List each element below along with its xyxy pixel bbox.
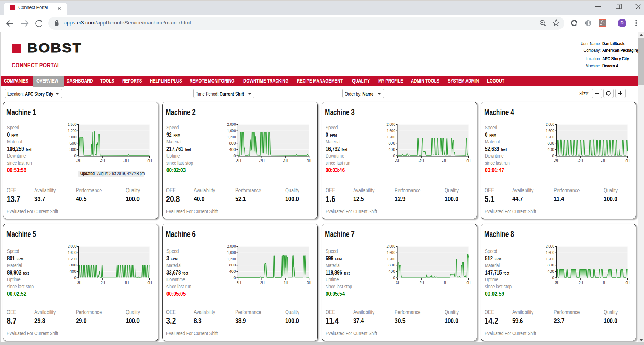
svg-text:0: 0 xyxy=(234,275,236,279)
svg-text:1,500: 1,500 xyxy=(68,122,77,126)
svg-text:-3H: -3H xyxy=(395,159,400,162)
svg-text:-1H: -1H xyxy=(601,281,606,284)
svg-text:400: 400 xyxy=(229,269,236,273)
svg-text:1,600: 1,600 xyxy=(546,250,554,255)
svg-text:-1H: -1H xyxy=(123,281,129,284)
svg-text:0H: 0H xyxy=(626,281,630,284)
svg-text:2,000: 2,000 xyxy=(386,122,395,126)
svg-text:1,200: 1,200 xyxy=(386,135,395,139)
svg-text:-2H: -2H xyxy=(418,159,424,162)
svg-text:0H: 0H xyxy=(626,159,630,162)
svg-text:-2H: -2H xyxy=(100,281,105,284)
svg-text:-3H: -3H xyxy=(554,281,559,284)
svg-text:-3H: -3H xyxy=(395,281,400,284)
svg-text:0: 0 xyxy=(552,275,554,279)
svg-text:-2H: -2H xyxy=(259,281,265,284)
svg-text:400: 400 xyxy=(229,147,236,152)
svg-text:1,600: 1,600 xyxy=(386,129,395,133)
svg-text:-2H: -2H xyxy=(578,281,583,284)
svg-text:800: 800 xyxy=(229,141,236,145)
svg-text:-1H: -1H xyxy=(283,281,288,284)
svg-text:1,200: 1,200 xyxy=(68,256,77,261)
svg-text:1,600: 1,600 xyxy=(227,129,236,133)
svg-text:1,200: 1,200 xyxy=(386,256,395,261)
svg-text:1,200: 1,200 xyxy=(68,129,77,133)
svg-text:0: 0 xyxy=(393,153,395,158)
svg-text:-3H: -3H xyxy=(554,159,559,162)
svg-text:1,600: 1,600 xyxy=(546,129,554,133)
svg-text:1,600: 1,600 xyxy=(227,250,236,255)
svg-text:2,000: 2,000 xyxy=(68,244,77,248)
svg-text:1,600: 1,600 xyxy=(68,250,77,255)
svg-text:-3H: -3H xyxy=(76,159,81,162)
svg-text:800: 800 xyxy=(388,263,395,267)
svg-text:0H: 0H xyxy=(466,281,470,284)
svg-text:1,200: 1,200 xyxy=(546,256,554,261)
svg-text:0H: 0H xyxy=(307,281,311,284)
svg-text:400: 400 xyxy=(548,269,554,273)
svg-text:-1H: -1H xyxy=(442,281,447,284)
svg-text:800: 800 xyxy=(70,263,77,267)
svg-text:0: 0 xyxy=(74,153,77,158)
svg-text:0: 0 xyxy=(552,153,554,158)
svg-text:-2H: -2H xyxy=(259,159,265,162)
svg-text:-1H: -1H xyxy=(601,159,606,162)
svg-text:0H: 0H xyxy=(148,281,152,284)
svg-text:800: 800 xyxy=(548,263,554,267)
svg-text:-1H: -1H xyxy=(123,159,129,162)
svg-text:-1H: -1H xyxy=(283,159,288,162)
svg-text:0: 0 xyxy=(234,153,236,158)
svg-text:2,000: 2,000 xyxy=(546,122,554,126)
svg-text:0: 0 xyxy=(393,275,395,279)
svg-text:0H: 0H xyxy=(307,159,311,162)
svg-text:800: 800 xyxy=(229,263,236,267)
svg-text:900: 900 xyxy=(70,135,77,139)
svg-text:-3H: -3H xyxy=(236,281,241,284)
svg-text:800: 800 xyxy=(388,141,395,145)
svg-text:1,200: 1,200 xyxy=(227,256,236,261)
svg-text:1,200: 1,200 xyxy=(227,135,236,139)
svg-text:-2H: -2H xyxy=(418,281,424,284)
svg-text:-3H: -3H xyxy=(76,281,81,284)
svg-text:-3H: -3H xyxy=(236,159,241,162)
svg-text:1,600: 1,600 xyxy=(386,250,395,255)
svg-text:400: 400 xyxy=(70,269,77,273)
svg-text:600: 600 xyxy=(70,141,77,145)
svg-text:-2H: -2H xyxy=(578,159,583,162)
svg-text:300: 300 xyxy=(70,147,77,152)
svg-text:-1H: -1H xyxy=(442,159,447,162)
svg-text:0: 0 xyxy=(74,275,77,279)
svg-text:1,200: 1,200 xyxy=(546,135,554,139)
svg-text:2,000: 2,000 xyxy=(227,244,236,248)
svg-text:400: 400 xyxy=(548,147,554,152)
svg-text:800: 800 xyxy=(548,141,554,145)
svg-text:2,000: 2,000 xyxy=(386,244,395,248)
svg-text:-2H: -2H xyxy=(100,159,105,162)
svg-text:400: 400 xyxy=(388,147,395,152)
svg-text:0H: 0H xyxy=(466,159,470,162)
svg-text:2,000: 2,000 xyxy=(546,244,554,248)
svg-text:2,000: 2,000 xyxy=(227,122,236,126)
svg-text:0H: 0H xyxy=(148,159,152,162)
svg-text:400: 400 xyxy=(388,269,395,273)
